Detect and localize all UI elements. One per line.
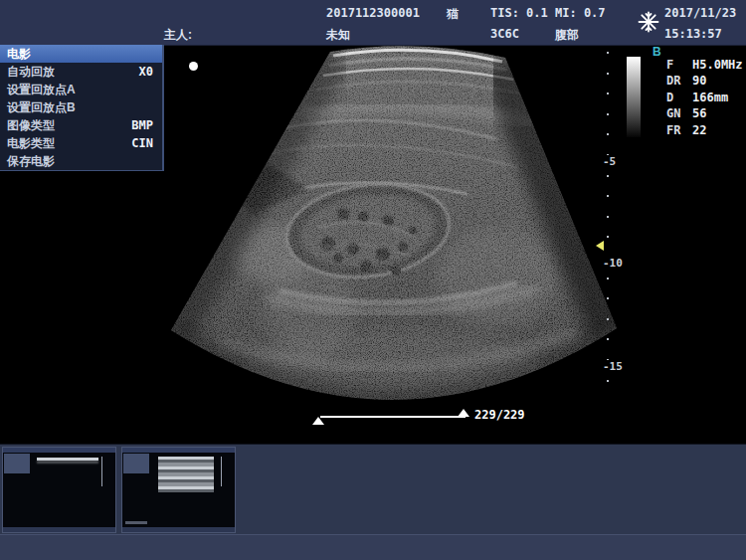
menu-item-cine[interactable]: 电影 [0, 45, 162, 63]
depth-label-5: -5 [601, 155, 618, 168]
param-label: F [666, 58, 692, 74]
exam-preset: 腹部 [555, 27, 579, 44]
thumbnail-1[interactable] [2, 447, 116, 533]
ultrasound-app: 2017112300001 猫 TIS: 0.1 MI: 0.7 2017/11… [0, 0, 746, 560]
menu-item-image-type[interactable]: 图像类型 BMP [0, 116, 162, 134]
param-label: GN [666, 106, 692, 122]
thumbnail-strip [0, 444, 746, 535]
param-gain: GN 56 [666, 106, 744, 122]
thumbnail-menu-panel [123, 454, 149, 473]
time-label: 15:13:57 [664, 27, 722, 41]
mi-value: MI: 0.7 [555, 6, 606, 20]
thumbnail-annotation [125, 521, 147, 524]
thumbnail-bottombar [3, 527, 115, 532]
owner-value: 未知 [326, 27, 350, 44]
thumbnail-topbar [122, 448, 235, 453]
menu-item-set-point-a[interactable]: 设置回放点A [0, 81, 162, 98]
menu-item-label: 设置回放点A [7, 81, 76, 98]
mode-label: B [653, 45, 661, 59]
cine-menu: 电影 自动回放 X0 设置回放点A 设置回放点B 图像类型 BMP 电影类型 C… [0, 45, 164, 171]
species-label: 猫 [447, 6, 459, 23]
thumbnail-topbar [3, 448, 115, 453]
param-frequency: F H5.0MHz [666, 58, 744, 74]
patient-info-bar: 2017112300001 猫 TIS: 0.1 MI: 0.7 2017/11… [0, 0, 746, 46]
menu-item-save-cine[interactable]: 保存电影 [0, 152, 162, 170]
menu-item-label: 图像类型 [7, 116, 55, 134]
patient-id: 2017112300001 [326, 6, 420, 20]
param-label: FR [666, 123, 692, 139]
cine-start-marker[interactable] [312, 417, 324, 425]
menu-item-label: 电影 [7, 45, 31, 63]
cine-frame-counter: 229/229 [474, 408, 525, 422]
menu-item-label: 自动回放 [7, 63, 55, 81]
cine-position-handle[interactable] [458, 409, 469, 417]
probe-orientation-marker [189, 62, 198, 71]
param-frame-rate: FR 22 [666, 123, 744, 139]
menu-item-value: CIN [131, 134, 153, 152]
thumbnail-bottombar [122, 527, 235, 532]
ultrasound-image[interactable] [159, 44, 637, 414]
owner-label: 主人: [164, 27, 192, 44]
date-label: 2017/11/23 [664, 6, 736, 20]
param-value: 56 [692, 106, 706, 122]
focus-marker-icon [596, 241, 604, 251]
param-label: D [666, 91, 692, 106]
param-value: H5.0MHz [692, 58, 743, 74]
status-bar: EN [0, 534, 746, 560]
thumbnail-menu-panel [4, 454, 30, 473]
probe-model: 3C6C [490, 27, 519, 41]
thumbnail-scale [221, 457, 222, 486]
thumbnail-image-content [37, 458, 98, 461]
thumbnail-image-content [158, 457, 214, 492]
menu-item-auto-replay[interactable]: 自动回放 X0 [0, 63, 162, 81]
param-label: DR [666, 74, 692, 90]
cine-progress-track [320, 416, 466, 418]
param-value: 22 [692, 123, 706, 139]
freeze-snowflake-icon [638, 11, 659, 33]
depth-ruler [607, 52, 609, 388]
menu-item-set-point-b[interactable]: 设置回放点B [0, 98, 162, 116]
menu-item-label: 电影类型 [7, 134, 55, 152]
depth-label-15: -15 [601, 360, 625, 373]
thumbnail-2[interactable] [121, 447, 236, 533]
menu-item-label: 保存电影 [7, 152, 55, 170]
param-value: 90 [692, 74, 706, 90]
menu-item-cine-type[interactable]: 电影类型 CIN [0, 134, 162, 152]
param-depth: D 166mm [666, 91, 744, 106]
menu-item-value: X0 [139, 63, 153, 81]
menu-item-label: 设置回放点B [7, 98, 76, 116]
thumbnail-scale [101, 457, 102, 486]
param-dynamic-range: DR 90 [666, 74, 744, 90]
image-parameters: F H5.0MHz DR 90 D 166mm GN 56 FR 22 [666, 58, 744, 139]
grayscale-bar [627, 57, 641, 137]
tis-value: TIS: 0.1 [490, 6, 548, 20]
param-value: 166mm [692, 91, 728, 106]
depth-label-10: -10 [601, 257, 625, 270]
menu-item-value: BMP [131, 116, 153, 134]
